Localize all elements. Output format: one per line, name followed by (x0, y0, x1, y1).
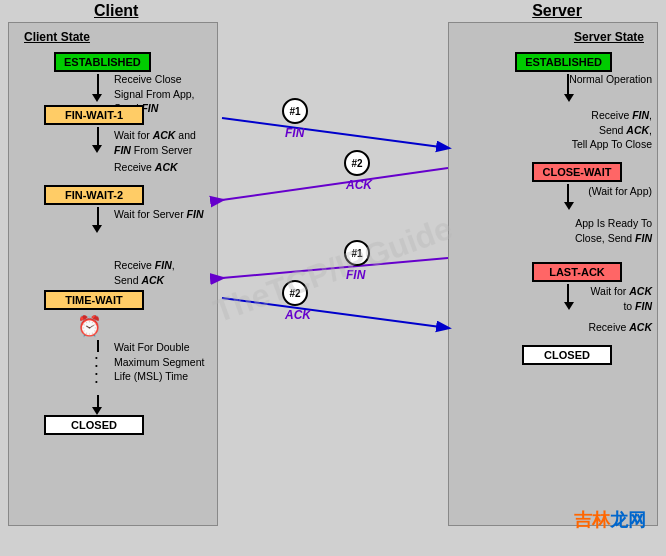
arrow-head-2 (92, 145, 102, 153)
server-desc-4: App Is Ready ToClose, Send FIN (575, 216, 652, 245)
watermark: TheTCP/IPGuide (209, 210, 457, 331)
server-lastack: LAST-ACK (532, 262, 622, 282)
client-finwait2: FIN-WAIT-2 (44, 185, 144, 205)
server-closed: CLOSED (522, 345, 612, 365)
msg-ack4-box: #2 (282, 280, 308, 306)
svg-line-0 (222, 118, 448, 148)
msg-fin1-label: FIN (285, 126, 304, 140)
svg-line-3 (222, 298, 448, 328)
server-desc-1: Normal Operation (569, 72, 652, 87)
server-established: ESTABLISHED (515, 52, 612, 72)
diagram-wrapper: TheTCP/IPGuide Client Server Client Stat… (4, 0, 662, 540)
arrow-head-1 (92, 94, 102, 102)
msg-fin3-label: FIN (346, 268, 365, 282)
brand-blue: 龙网 (610, 510, 646, 530)
server-desc-2: Receive FIN,Send ACK,Tell App To Close (572, 108, 652, 152)
dot-line-1 (97, 340, 99, 352)
svg-line-2 (222, 258, 448, 278)
client-finwait1: FIN-WAIT-1 (44, 105, 144, 125)
client-title: Client (94, 2, 138, 20)
server-arrow-2 (567, 184, 569, 202)
server-state-label: Server State (574, 30, 644, 44)
brand-footer: 吉林龙网 (574, 508, 646, 532)
server-closewait: CLOSE-WAIT (532, 162, 622, 182)
client-desc-5: Receive FIN,Send ACK (114, 258, 175, 287)
client-desc-3: Receive ACK (114, 160, 178, 175)
arrow-line-3 (97, 207, 99, 225)
server-arrow-head-3 (564, 302, 574, 310)
client-desc-2: Wait for ACK andFIN From Server (114, 128, 196, 157)
msg-ack4-label: ACK (285, 308, 311, 322)
server-desc-5: Wait for ACKto FIN (591, 284, 652, 313)
arrow-head-4 (92, 407, 102, 415)
msg-ack2-box: #2 (344, 150, 370, 176)
msg-ack2-label: ACK (346, 178, 372, 192)
clock-icon: ⏰ (77, 314, 102, 338)
client-desc-6: Wait For DoubleMaximum SegmentLife (MSL)… (114, 340, 204, 384)
client-closed: CLOSED (44, 415, 144, 435)
msg-fin3-box: #1 (344, 240, 370, 266)
arrow-head-3 (92, 225, 102, 233)
arrow-line-1 (97, 74, 99, 94)
server-desc-3: (Wait for App) (588, 184, 652, 199)
dotted-segment: •••• (95, 354, 98, 386)
server-title: Server (532, 2, 582, 20)
arrow-line-2 (97, 127, 99, 145)
client-desc-4: Wait for Server FIN (114, 207, 203, 222)
server-arrow-head-2 (564, 202, 574, 210)
svg-line-1 (222, 168, 448, 200)
brand-orange: 吉林 (574, 510, 610, 530)
client-timewait: TIME-WAIT (44, 290, 144, 310)
msg-fin1-box: #1 (282, 98, 308, 124)
client-established: ESTABLISHED (54, 52, 151, 72)
client-state-label: Client State (24, 30, 90, 44)
server-desc-6: Receive ACK (588, 320, 652, 335)
dot-line-2 (97, 395, 99, 407)
server-arrow-head-1 (564, 94, 574, 102)
server-arrow-3 (567, 284, 569, 302)
